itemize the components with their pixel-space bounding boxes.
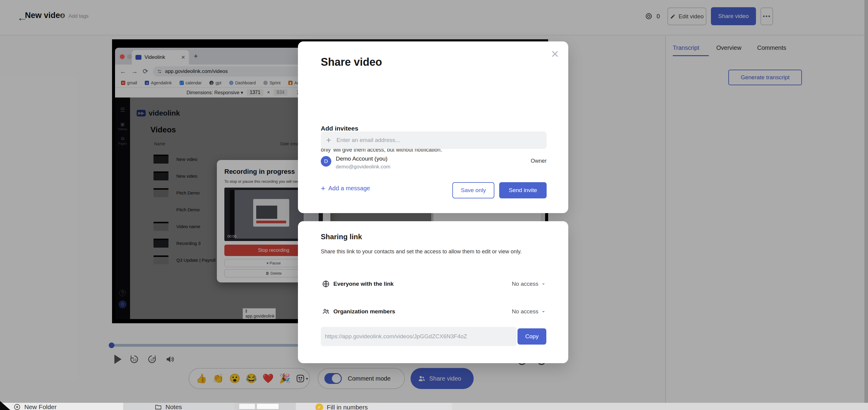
copy-link-button[interactable]: Copy (518, 328, 546, 345)
invitee-email: demo@govideolink.com (336, 164, 391, 170)
invitee-avatar: D (321, 156, 331, 167)
modal-title: Share video (321, 56, 382, 68)
email-input[interactable]: + Enter an email address... (321, 132, 547, 149)
send-invite-button[interactable]: Send invite (499, 182, 547, 198)
invitee-role: Owner (531, 158, 547, 164)
sharing-link-modal: Sharing link Share this link to your con… (298, 221, 568, 363)
notes-item[interactable]: Notes (155, 403, 182, 410)
chevron-down-icon: ⌄ (541, 308, 546, 313)
organization-icon (322, 308, 330, 315)
everyone-with-link-label: Everyone with the link (333, 281, 394, 287)
chevron-down-icon: ⌄ (541, 280, 546, 286)
close-icon[interactable]: ✕ (551, 48, 560, 60)
add-person-icon: + (326, 135, 331, 145)
document-thumbnail (239, 403, 279, 409)
fill-in-numbers-label: Fill in numbers (327, 404, 368, 410)
organization-members-label: Organization members (333, 308, 395, 315)
check-circle-icon: ✓ (315, 403, 323, 410)
fill-in-numbers-item[interactable]: ✓ Fill in numbers (315, 403, 368, 410)
new-folder-label: New Folder (24, 403, 57, 410)
desktop-windows-strip: New Folder Notes ✓ Fill in numbers (0, 403, 868, 410)
folder-icon (155, 403, 162, 410)
sharing-link-description: Share this link to your contacts and set… (321, 247, 546, 256)
screen: ← New video Add tags 0 Edit video Share … (0, 0, 868, 410)
share-link-value: https://app.govideolink.com/videos/JpGGd… (325, 333, 467, 340)
plus-icon: + (321, 184, 325, 193)
globe-icon (322, 280, 330, 288)
invitee-name: Demo Account (you) (336, 156, 388, 162)
plus-circle-icon (13, 403, 21, 410)
notes-label: Notes (165, 403, 182, 410)
add-invitees-heading: Add invitees (321, 125, 358, 132)
save-only-button[interactable]: Save only (452, 182, 494, 198)
share-video-modal: Share video ✕ Add invitees Clicking 'Sen… (298, 41, 568, 213)
sharing-link-heading: Sharing link (321, 233, 362, 241)
organization-access-dropdown[interactable]: No access ⌄ (512, 308, 546, 315)
share-link-field[interactable]: https://app.govideolink.com/videos/JpGGd… (321, 327, 517, 346)
new-folder-button[interactable]: New Folder (13, 403, 57, 410)
everyone-access-dropdown[interactable]: No access ⌄ (512, 281, 546, 287)
add-a-message-button[interactable]: + Add a message (321, 184, 370, 193)
add-a-message-label: Add a message (328, 185, 370, 192)
email-placeholder: Enter an email address... (336, 137, 400, 143)
